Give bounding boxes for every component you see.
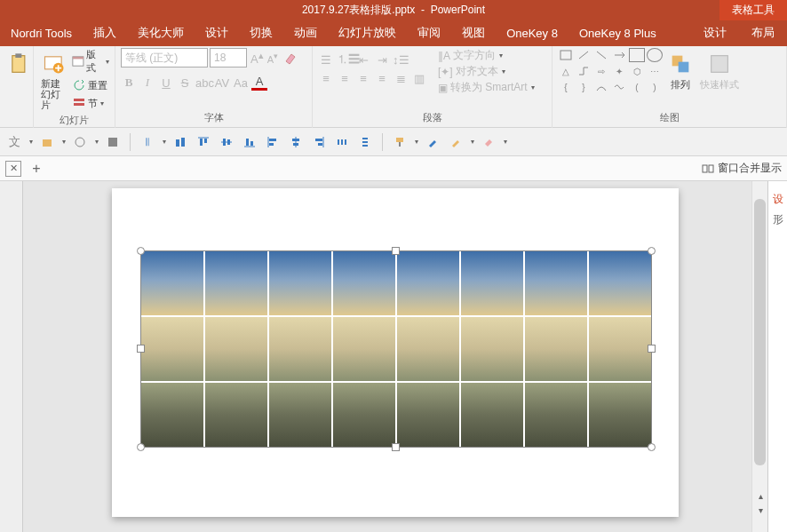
- font-name-combo[interactable]: [121, 48, 208, 67]
- table-cell[interactable]: [205, 383, 267, 447]
- indent-decrease-icon[interactable]: ⇤: [355, 53, 371, 67]
- next-slide-icon[interactable]: ▾: [754, 505, 767, 518]
- slide-canvas[interactable]: ▴ ▾: [23, 181, 767, 532]
- qat-align-ctr-icon[interactable]: [287, 133, 305, 151]
- section-button[interactable]: 节▾: [72, 96, 109, 110]
- shape-paren2-icon[interactable]: ): [647, 80, 663, 94]
- tab-beautify[interactable]: 美化大师: [127, 25, 195, 41]
- shape-oval-icon[interactable]: [647, 48, 663, 62]
- table-cell[interactable]: [333, 383, 395, 447]
- shape-line2-icon[interactable]: [593, 48, 609, 62]
- qat-align-bot-icon[interactable]: [241, 133, 258, 151]
- qat-align-mid-icon[interactable]: [218, 133, 235, 151]
- line-spacing-icon[interactable]: ↕☰: [393, 53, 409, 67]
- arrange-button[interactable]: 排列: [666, 48, 695, 95]
- qat-shape-icon[interactable]: [104, 133, 122, 151]
- resize-handle[interactable]: [392, 247, 400, 255]
- spacing-button[interactable]: AV: [214, 76, 230, 90]
- bullets-icon[interactable]: ☰: [318, 53, 334, 67]
- tab-table-layout[interactable]: 布局: [739, 25, 787, 41]
- numbering-icon[interactable]: ⒈☰: [337, 52, 353, 67]
- qat-format-painter-icon[interactable]: [391, 133, 409, 151]
- shape-textbox-icon[interactable]: [558, 48, 574, 62]
- qat-open-icon[interactable]: [38, 133, 56, 151]
- resize-handle[interactable]: [648, 247, 656, 255]
- quick-style-button[interactable]: 快速样式: [698, 48, 741, 95]
- shape-arrow-icon[interactable]: [611, 48, 627, 62]
- table-cell[interactable]: [525, 383, 587, 447]
- shape-triangle-icon[interactable]: △: [558, 64, 574, 78]
- justify-icon[interactable]: ≡: [374, 72, 390, 85]
- add-panel-button[interactable]: +: [28, 161, 44, 177]
- shape-freeform-icon[interactable]: [611, 80, 627, 94]
- columns-icon[interactable]: ▥: [411, 72, 427, 85]
- qat-file-icon[interactable]: 文: [5, 133, 23, 151]
- align-text-button[interactable]: [✦]对齐文本▾: [438, 64, 535, 79]
- align-right-icon[interactable]: ≡: [355, 72, 371, 85]
- new-slide-button[interactable]: 新建 幻灯片: [39, 48, 68, 114]
- shrink-font-icon[interactable]: A▾: [267, 51, 278, 65]
- shape-line-icon[interactable]: [576, 48, 592, 62]
- tab-review[interactable]: 审阅: [407, 25, 451, 41]
- clear-format-icon[interactable]: [283, 51, 298, 65]
- table-cell[interactable]: [205, 317, 267, 381]
- table-cell[interactable]: [269, 317, 331, 381]
- table-cell[interactable]: [141, 317, 203, 381]
- shape-arrow2-icon[interactable]: ⇨: [593, 64, 609, 78]
- shapes-gallery[interactable]: △ ⇨ ✦ ⬡ ⋯ { } ( ): [558, 48, 663, 94]
- tab-nordri[interactable]: Nordri Tools: [0, 27, 83, 40]
- underline-button[interactable]: U: [158, 76, 174, 90]
- grow-font-icon[interactable]: A▴: [250, 50, 264, 66]
- table-cell[interactable]: [205, 251, 267, 315]
- font-color-button[interactable]: A: [251, 75, 267, 91]
- tab-slideshow[interactable]: 幻灯片放映: [328, 25, 407, 41]
- shadow-button[interactable]: abc: [195, 76, 211, 90]
- table-cell[interactable]: [589, 251, 651, 315]
- table-cell[interactable]: [525, 251, 587, 315]
- resize-handle[interactable]: [137, 247, 145, 255]
- qat-align-left-icon[interactable]: [264, 133, 282, 151]
- qat-dist-h-icon[interactable]: [333, 133, 351, 151]
- close-panel-button[interactable]: ✕: [5, 161, 21, 177]
- table-cell[interactable]: [525, 317, 587, 381]
- vertical-scrollbar[interactable]: ▴ ▾: [751, 181, 767, 532]
- table-cell[interactable]: [269, 251, 331, 315]
- table-selection[interactable]: [140, 250, 652, 448]
- bold-button[interactable]: B: [121, 75, 137, 90]
- distribute-icon[interactable]: ≣: [393, 72, 409, 85]
- tab-onekey8plus[interactable]: OneKey 8 Plus: [568, 27, 667, 40]
- tab-table-design[interactable]: 设计: [691, 25, 739, 41]
- merge-windows-button[interactable]: 窗口合并显示: [702, 161, 782, 176]
- table-cell[interactable]: [333, 317, 395, 381]
- table-cell[interactable]: [589, 317, 651, 381]
- change-case-button[interactable]: Aa: [233, 76, 249, 90]
- shape-curve-icon[interactable]: [593, 80, 609, 94]
- table-cell[interactable]: [461, 251, 523, 315]
- thumbnail-pane[interactable]: [0, 181, 23, 532]
- qat-highlighter-icon[interactable]: [447, 133, 465, 151]
- table-cell[interactable]: [397, 251, 459, 315]
- table-cell[interactable]: [397, 383, 459, 447]
- qat-circle-icon[interactable]: [71, 133, 89, 151]
- italic-button[interactable]: I: [139, 75, 155, 90]
- qat-dist-v-icon[interactable]: [356, 133, 374, 151]
- table-cell[interactable]: [333, 251, 395, 315]
- tab-insert[interactable]: 插入: [83, 25, 127, 41]
- resize-handle[interactable]: [648, 443, 656, 451]
- shape-star-icon[interactable]: ✦: [611, 64, 627, 78]
- shape-hex-icon[interactable]: ⬡: [629, 64, 645, 78]
- shape-paren-icon[interactable]: (: [629, 80, 645, 94]
- shape-connector-icon[interactable]: [576, 64, 592, 78]
- tab-animation[interactable]: 动画: [283, 25, 328, 41]
- text-direction-button[interactable]: ‖A文字方向▾: [438, 48, 535, 63]
- layout-button[interactable]: 版式▾: [72, 48, 109, 75]
- shape-brace2-icon[interactable]: }: [576, 80, 592, 94]
- indent-increase-icon[interactable]: ⇥: [374, 53, 390, 67]
- qat-align-top-icon[interactable]: [195, 133, 212, 151]
- table-cell[interactable]: [589, 383, 651, 447]
- tab-onekey8[interactable]: OneKey 8: [496, 27, 568, 40]
- table-cell[interactable]: [141, 251, 203, 315]
- qat-align-icon[interactable]: [171, 133, 189, 151]
- align-center-icon[interactable]: ≡: [337, 72, 353, 85]
- strike-button[interactable]: S: [177, 76, 193, 90]
